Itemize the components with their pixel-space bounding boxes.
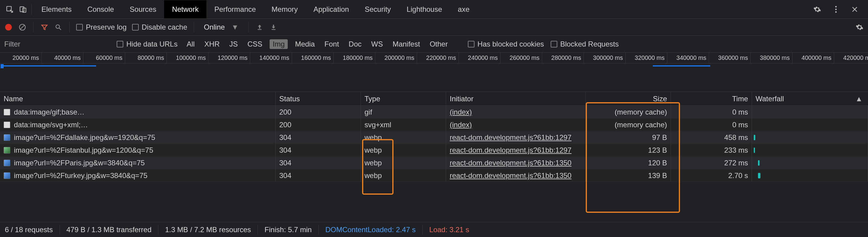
- clear-icon[interactable]: [18, 23, 27, 31]
- device-toggle-icon[interactable]: [16, 3, 30, 16]
- initiator-link[interactable]: react-dom.development.js?61bb:1297: [450, 133, 571, 142]
- record-button[interactable]: [4, 23, 13, 31]
- preserve-log-checkbox[interactable]: Preserve log: [76, 23, 127, 31]
- filter-chip-img[interactable]: Img: [270, 39, 288, 49]
- kebab-icon[interactable]: [829, 3, 843, 16]
- table-row[interactable]: data:image/svg+xml;…200svg+xml(index)(me…: [0, 119, 868, 131]
- initiator-link[interactable]: (index): [450, 121, 472, 129]
- timeline-tick: 40000 ms: [42, 53, 84, 63]
- svg-rect-8: [257, 29, 261, 30]
- download-icon[interactable]: [269, 23, 278, 31]
- table-row[interactable]: image?url=%2Fistanbul.jpg&w=1200&q=75304…: [0, 144, 868, 156]
- gear-icon[interactable]: [811, 3, 824, 16]
- timeline-tick: 360000 ms: [709, 53, 751, 63]
- col-size[interactable]: Size: [586, 92, 671, 106]
- tab-performance[interactable]: Performance: [207, 0, 264, 19]
- filter-chip-all[interactable]: All: [184, 39, 197, 49]
- filter-chip-font[interactable]: Font: [322, 39, 342, 49]
- status-transferred: 479 B / 1.3 MB transferred: [60, 225, 158, 235]
- cell-type: webp: [361, 156, 446, 169]
- filter-chip-xhr[interactable]: XHR: [202, 39, 222, 49]
- tab-lighthouse[interactable]: Lighthouse: [399, 0, 450, 19]
- cell-size: 123 B: [586, 144, 671, 156]
- col-initiator[interactable]: Initiator: [446, 92, 586, 106]
- timeline-activity-bar: [1, 65, 96, 66]
- col-time[interactable]: Time: [671, 92, 752, 106]
- col-name[interactable]: Name: [0, 92, 276, 106]
- filter-chip-js[interactable]: JS: [227, 39, 240, 49]
- timeline-tick: 20000 ms: [0, 53, 42, 63]
- tab-console[interactable]: Console: [80, 0, 122, 19]
- initiator-link[interactable]: react-dom.development.js?61bb:1350: [450, 171, 571, 180]
- tab-elements[interactable]: Elements: [34, 0, 80, 19]
- gear-icon[interactable]: [855, 23, 864, 31]
- timeline-tick: 180000 ms: [334, 53, 375, 63]
- search-icon[interactable]: [54, 23, 63, 31]
- throttling-value: Online: [204, 23, 224, 31]
- waterfall-bar: [758, 160, 760, 166]
- overview-timeline[interactable]: 20000 ms40000 ms60000 ms80000 ms100000 m…: [0, 53, 868, 92]
- inspect-icon[interactable]: [3, 3, 16, 16]
- cell-waterfall: [752, 131, 868, 144]
- request-name: image?url=%2Fdallake.jpeg&w=1920&q=75: [14, 133, 155, 142]
- cell-name: image?url=%2Fistanbul.jpg&w=1200&q=75: [0, 144, 276, 156]
- tab-axe[interactable]: axe: [450, 0, 477, 19]
- has-blocked-cookies-checkbox[interactable]: Has blocked cookies: [468, 40, 544, 48]
- col-type[interactable]: Type: [361, 92, 446, 106]
- svg-rect-1: [20, 7, 24, 11]
- col-status[interactable]: Status: [276, 92, 361, 106]
- sort-asc-icon: ▲: [855, 95, 863, 103]
- timeline-activity-bar: [653, 65, 710, 66]
- request-name: data:image/svg+xml;…: [14, 121, 88, 129]
- col-waterfall[interactable]: Waterfall ▲: [752, 92, 868, 106]
- cell-size: 139 B: [586, 169, 671, 182]
- file-icon: [4, 172, 10, 179]
- timeline-tick: 120000 ms: [209, 53, 250, 63]
- tab-memory[interactable]: Memory: [264, 0, 306, 19]
- file-icon: [4, 134, 10, 141]
- file-icon: [4, 159, 10, 166]
- filter-input[interactable]: [4, 40, 110, 48]
- cell-time: 458 ms: [671, 131, 752, 144]
- tab-security[interactable]: Security: [357, 0, 399, 19]
- tab-sources[interactable]: Sources: [122, 0, 164, 19]
- request-name: image?url=%2Fistanbul.jpg&w=1200&q=75: [14, 146, 153, 154]
- upload-icon[interactable]: [255, 23, 264, 31]
- svg-point-7: [56, 25, 60, 28]
- filter-chip-doc[interactable]: Doc: [346, 39, 364, 49]
- request-name: image?url=%2FParis.jpg&w=3840&q=75: [14, 159, 145, 167]
- table-row[interactable]: image?url=%2Fturkey.jpg&w=3840&q=75304we…: [0, 169, 868, 182]
- throttling-select[interactable]: Online ▼: [201, 23, 242, 31]
- timeline-tick: 60000 ms: [84, 53, 125, 63]
- filter-bar: Hide data URLs AllXHRJSCSSImgMediaFontDo…: [0, 36, 868, 53]
- table-row[interactable]: image?url=%2FParis.jpg&w=3840&q=75304web…: [0, 156, 868, 169]
- initiator-link[interactable]: (index): [450, 108, 472, 116]
- initiator-link[interactable]: react-dom.development.js?61bb:1350: [450, 159, 571, 167]
- disable-cache-checkbox[interactable]: Disable cache: [132, 23, 187, 31]
- close-icon[interactable]: [848, 3, 861, 16]
- panel-tabs: ElementsConsoleSourcesNetworkPerformance…: [34, 0, 477, 19]
- blocked-requests-checkbox[interactable]: Blocked Requests: [551, 40, 619, 48]
- cell-time: 2.70 s: [671, 169, 752, 182]
- initiator-link[interactable]: react-dom.development.js?61bb:1297: [450, 146, 571, 154]
- filter-chip-media[interactable]: Media: [292, 39, 317, 49]
- chevron-down-icon: ▼: [231, 23, 239, 31]
- cell-name: image?url=%2Fturkey.jpg&w=3840&q=75: [0, 169, 276, 182]
- table-row[interactable]: image?url=%2Fdallake.jpeg&w=1920&q=75304…: [0, 131, 868, 144]
- filter-icon[interactable]: [40, 23, 49, 31]
- timeline-tick: 260000 ms: [500, 53, 542, 63]
- network-table-body: data:image/gif;base…200gif(index)(memory…: [0, 106, 868, 182]
- timeline-tick: 280000 ms: [542, 53, 584, 63]
- status-bar: 6 / 18 requests 479 B / 1.3 MB transferr…: [0, 222, 868, 237]
- network-table-header: Name Status Type Initiator Size Time Wat…: [0, 92, 868, 106]
- filter-chip-css[interactable]: CSS: [245, 39, 265, 49]
- tab-application[interactable]: Application: [306, 0, 356, 19]
- tab-network[interactable]: Network: [164, 0, 207, 19]
- table-row[interactable]: data:image/gif;base…200gif(index)(memory…: [0, 106, 868, 119]
- hide-data-urls-checkbox[interactable]: Hide data URLs: [117, 40, 178, 48]
- cell-type: gif: [361, 106, 446, 118]
- filter-chip-manifest[interactable]: Manifest: [390, 39, 423, 49]
- cell-waterfall: [752, 156, 868, 169]
- filter-chip-other[interactable]: Other: [427, 39, 450, 49]
- filter-chip-ws[interactable]: WS: [369, 39, 385, 49]
